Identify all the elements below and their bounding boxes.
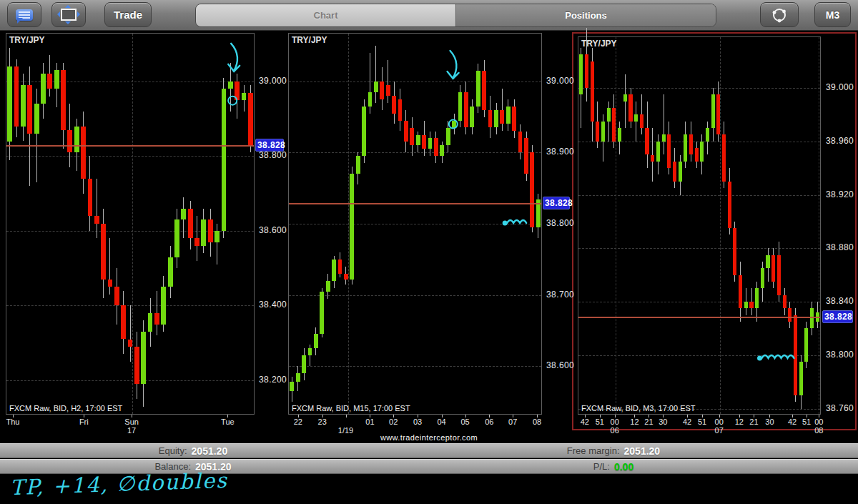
quotes-button[interactable] [7, 2, 41, 27]
candle-body [338, 260, 342, 274]
candle-body [794, 315, 797, 395]
candle-wick [36, 89, 37, 182]
candle-body [34, 104, 39, 134]
time-axis: 425100061221304251000712213042510008 [578, 415, 821, 433]
tab-positions[interactable]: Positions [455, 4, 716, 26]
time-axis: ThuFriSun17Tue [6, 415, 255, 435]
candle-body [392, 96, 396, 114]
candle-body [810, 308, 814, 328]
price-line [289, 203, 541, 204]
candle-wick [97, 179, 97, 239]
candle-body [640, 114, 644, 128]
grid-line [289, 295, 541, 296]
candle-body [788, 308, 792, 322]
grid-line [578, 88, 820, 89]
candle-body [21, 85, 26, 127]
timeframe-button[interactable]: M3 [814, 2, 851, 27]
grid-line [578, 195, 820, 196]
candle-body [470, 107, 474, 128]
source-label: FXCM Raw, BID, M15, 17:00 EST [292, 404, 410, 412]
candle-body [141, 332, 146, 384]
candle-body [410, 128, 414, 146]
grid-line [578, 355, 820, 356]
candle-body [121, 305, 126, 339]
candle-body [804, 328, 808, 362]
candle-wick [664, 94, 664, 154]
grid-line [578, 248, 820, 249]
candle-body [242, 93, 247, 101]
y-tick-label: 38.800 [826, 350, 854, 360]
candle-body [667, 134, 671, 168]
trade-button[interactable]: Trade [104, 2, 152, 27]
price-badge: 38.828 [822, 310, 853, 323]
price-badge: 38.828 [543, 197, 570, 209]
x-tick-sublabel: 06 [603, 426, 627, 435]
source-label: FXCM Raw, BID, H2, 17:00 EST [9, 404, 122, 412]
candle-body [416, 135, 420, 146]
candle-body [645, 128, 649, 154]
candle-body [356, 156, 360, 174]
candle-body [512, 107, 516, 132]
candle-body [350, 174, 354, 279]
free-margin-label: Free margin: [567, 445, 620, 456]
candle-body [476, 71, 480, 107]
candle-body [14, 66, 19, 127]
candle-wick [636, 102, 636, 142]
source-label: FXCM Raw, BID, M3, 17:00 EST [581, 404, 696, 412]
candle-body [188, 209, 193, 239]
sync-icon [771, 6, 788, 24]
top-toolbar: Trade Chart Positions M3 [0, 0, 858, 31]
x-tick-sublabel: 08 [807, 426, 831, 435]
candle-body [47, 74, 52, 89]
candle-body [446, 128, 450, 146]
candle-body [585, 54, 588, 88]
candle-body [482, 71, 486, 110]
candle-body [618, 128, 621, 142]
candle-body [766, 255, 769, 269]
pl-value: 0.00 [614, 461, 633, 473]
candle-body [500, 110, 504, 124]
chart-layout-button[interactable] [51, 2, 86, 27]
candle-body [524, 138, 528, 174]
candle-body [114, 287, 119, 305]
chart-plot-h2[interactable]: TRY/JPY FXCM Raw, BID, H2, 17:00 EST [6, 33, 255, 415]
candle-body [344, 274, 348, 280]
grid-line [616, 37, 616, 414]
x-tick-label: 06 [477, 417, 501, 426]
candle-body [761, 268, 764, 288]
candle-body [194, 238, 199, 246]
y-tick-label: 38.800 [259, 150, 287, 160]
candle-body [81, 127, 86, 179]
candle-body [302, 355, 306, 373]
candle-body [579, 54, 583, 94]
candle-wick [388, 60, 388, 103]
candle-body [380, 81, 384, 99]
price-line [578, 317, 820, 318]
candle-body [607, 108, 611, 122]
y-tick-label: 38.900 [546, 147, 574, 157]
candle-body [656, 142, 660, 162]
price-axis: 39.00038.90038.80038.70038.60038.828 [543, 33, 572, 415]
candle-body [386, 85, 390, 96]
price-badge: 38.828 [255, 139, 284, 152]
candle-body [222, 89, 227, 231]
squiggle-ink [507, 220, 526, 223]
price-line [6, 145, 254, 147]
candle-body [174, 219, 179, 257]
candle-body [74, 127, 79, 153]
candle-body [771, 255, 775, 282]
candle-body [728, 182, 731, 228]
trading-app: Trade Chart Positions M3 TRY/JPY FXCM Ra… [0, 0, 858, 504]
chart-plot-m15[interactable]: TRY/JPY FXCM Raw, BID, M15, 17:00 EST [288, 33, 542, 415]
candle-body [673, 162, 676, 182]
candle-wick [130, 305, 131, 361]
candle-wick [625, 74, 626, 128]
grid-line [289, 224, 541, 224]
y-tick-label: 38.700 [546, 290, 574, 300]
candle-body [623, 94, 627, 101]
candle-body [320, 292, 324, 335]
candle-body [601, 122, 605, 142]
chart-plot-m3[interactable]: TRY/JPY FXCM Raw, BID, M3, 17:00 EST [578, 36, 821, 415]
sync-button[interactable] [760, 2, 799, 27]
tab-chart[interactable]: Chart [196, 4, 455, 26]
